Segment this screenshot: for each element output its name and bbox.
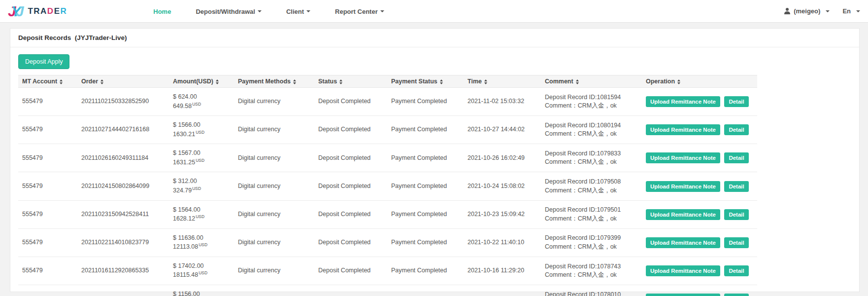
sort-icon bbox=[484, 79, 487, 84]
column-label: Operation bbox=[646, 78, 675, 85]
amount-original: $ 17402.00 bbox=[173, 262, 230, 271]
detail-button[interactable]: Detail bbox=[724, 209, 748, 220]
chevron-down-icon bbox=[258, 10, 262, 12]
upload-remittance-note-button[interactable]: Upload Remittance Note bbox=[646, 124, 720, 135]
detail-button[interactable]: Detail bbox=[724, 96, 748, 107]
currency-unit: USD bbox=[199, 242, 207, 247]
comment-record-id: Deposit Record ID:1079833 bbox=[545, 149, 638, 158]
cell-payment-status: Payment Completed bbox=[387, 257, 464, 285]
column-header-payment-status[interactable]: Payment Status bbox=[387, 75, 464, 88]
currency-unit: USD bbox=[196, 214, 204, 219]
table-row: 555479 20211022114010823779 $ 11636.00 1… bbox=[18, 228, 757, 257]
column-label: Comment bbox=[545, 78, 573, 85]
cell-comment: Deposit Record ID:1079508 Comment：CRM入金，… bbox=[541, 172, 642, 200]
upload-remittance-note-button[interactable]: Upload Remittance Note bbox=[646, 96, 720, 107]
cell-time: 2021-10-08 18:38:01 bbox=[464, 285, 541, 296]
cell-amount: $ 312.00 324.79USD bbox=[169, 172, 234, 200]
cell-mt-account: 555479 bbox=[18, 228, 77, 257]
cell-comment: Deposit Record ID:1079833 Comment：CRM入金，… bbox=[541, 144, 642, 172]
cell-payment-status: Payment Completed bbox=[387, 228, 464, 257]
column-header-amount-usd[interactable]: Amount(USD) bbox=[169, 75, 234, 88]
brand-logo[interactable]: JYJ TRADER bbox=[8, 4, 67, 19]
detail-button[interactable]: Detail bbox=[724, 265, 748, 276]
sort-icon bbox=[339, 79, 342, 84]
brand-name: TRADER bbox=[28, 6, 67, 16]
detail-button[interactable]: Detail bbox=[724, 124, 748, 135]
cell-payment-method: Digital currency bbox=[234, 116, 314, 144]
user-icon bbox=[784, 8, 791, 14]
column-label: MT Account bbox=[22, 78, 57, 85]
amount-original: $ 1156.00 bbox=[173, 290, 230, 296]
cell-payment-status: Payment Completed bbox=[387, 172, 464, 200]
cell-mt-account: 555479 bbox=[18, 116, 77, 144]
nav-item-label: Client bbox=[286, 8, 304, 15]
column-header-status[interactable]: Status bbox=[314, 75, 387, 88]
nav-item-label: Deposit/Withdrawal bbox=[196, 8, 255, 15]
detail-button[interactable]: Detail bbox=[724, 152, 748, 163]
nav-item-home[interactable]: Home bbox=[141, 7, 183, 16]
deposit-records-table: MT AccountOrderAmount(USD)Payment Method… bbox=[18, 75, 757, 296]
cell-payment-method: Digital currency bbox=[234, 257, 314, 285]
cell-status: Deposit Completed bbox=[314, 285, 387, 296]
nav-item-deposit-withdrawal[interactable]: Deposit/Withdrawal bbox=[183, 7, 274, 16]
comment-record-id: Deposit Record ID:1078010 bbox=[545, 291, 638, 296]
nav-item-report-center[interactable]: Report Center bbox=[323, 7, 397, 16]
detail-button[interactable]: Detail bbox=[724, 237, 748, 248]
comment-record-id: Deposit Record ID:1079501 bbox=[545, 206, 638, 215]
cell-payment-status: Payment Completed bbox=[387, 144, 464, 172]
table-body: 555479 20211102150332852590 $ 624.00 649… bbox=[18, 88, 757, 296]
page-title: Deposit Records (JYJTrader-Live) bbox=[10, 29, 859, 47]
amount-converted: 1628.12USD bbox=[173, 214, 230, 223]
column-header-mt-account[interactable]: MT Account bbox=[18, 75, 77, 88]
nav-item-client[interactable]: Client bbox=[274, 7, 323, 16]
upload-remittance-note-button[interactable]: Upload Remittance Note bbox=[646, 209, 720, 220]
column-label: Amount(USD) bbox=[173, 78, 213, 85]
amount-converted: 649.58USD bbox=[173, 102, 230, 111]
cell-comment: Deposit Record ID:1079501 Comment：CRM入金，… bbox=[541, 200, 642, 228]
upload-remittance-note-button[interactable]: Upload Remittance Note bbox=[646, 181, 720, 192]
detail-button[interactable]: Detail bbox=[724, 181, 748, 192]
cell-payment-method: Digital currency bbox=[234, 200, 314, 228]
upload-remittance-note-button[interactable]: Upload Remittance Note bbox=[646, 152, 720, 163]
column-header-comment[interactable]: Comment bbox=[541, 75, 642, 88]
amount-converted: 18115.48USD bbox=[173, 270, 230, 280]
deposit-apply-button[interactable]: Deposit Apply bbox=[18, 54, 69, 69]
currency-unit: USD bbox=[196, 130, 204, 135]
cell-amount: $ 17402.00 18115.48USD bbox=[169, 257, 234, 285]
currency-unit: USD bbox=[199, 270, 207, 275]
cell-order: 20211022114010823779 bbox=[77, 228, 169, 257]
upload-remittance-note-button[interactable]: Upload Remittance Note bbox=[646, 265, 720, 276]
column-header-time[interactable]: Time bbox=[464, 75, 541, 88]
column-header-payment-methods[interactable]: Payment Methods bbox=[234, 75, 314, 88]
cell-order: 20211024150802864099 bbox=[77, 172, 169, 200]
cell-mt-account: 555479 bbox=[18, 144, 77, 172]
chevron-down-icon bbox=[826, 10, 830, 12]
cell-operation: Upload Remittance Note Detail bbox=[642, 88, 757, 116]
content-card: Deposit Records (JYJTrader-Live) Deposit… bbox=[10, 28, 860, 292]
cell-amount: $ 624.00 649.58USD bbox=[169, 88, 234, 116]
upload-remittance-note-button[interactable]: Upload Remittance Note bbox=[646, 237, 720, 248]
upload-remittance-note-button[interactable]: Upload Remittance Note bbox=[646, 294, 720, 296]
navbar-right: (meigeo) En bbox=[784, 7, 860, 15]
column-label: Status bbox=[318, 78, 337, 85]
detail-button[interactable]: Detail bbox=[724, 294, 748, 296]
cell-order: 20211027144402716168 bbox=[77, 116, 169, 144]
comment-text: Comment：CRM入金，ok bbox=[545, 158, 638, 167]
cell-order: 20211008183801888461 bbox=[77, 285, 169, 296]
user-menu[interactable]: (meigeo) bbox=[784, 7, 830, 15]
column-header-order[interactable]: Order bbox=[77, 75, 169, 88]
sort-icon bbox=[576, 79, 579, 84]
cell-comment: Deposit Record ID:1079399 Comment：CRM入金，… bbox=[541, 228, 642, 257]
cell-order: 20211026160249311184 bbox=[77, 144, 169, 172]
language-menu[interactable]: En bbox=[842, 7, 860, 15]
cell-mt-account: 555479 bbox=[18, 200, 77, 228]
navbar: JYJ TRADER HomeDeposit/WithdrawalClientR… bbox=[0, 0, 868, 23]
nav-item-label: Report Center bbox=[335, 8, 378, 15]
chevron-down-icon bbox=[856, 10, 860, 12]
comment-record-id: Deposit Record ID:1079508 bbox=[545, 178, 638, 186]
cell-time: 2021-10-22 11:40:10 bbox=[464, 228, 541, 257]
cell-comment: Deposit Record ID:1078010 Comment：CRM入金，… bbox=[541, 285, 642, 296]
column-header-operation[interactable]: Operation bbox=[642, 75, 757, 88]
sort-icon bbox=[677, 79, 680, 84]
comment-text: Comment：CRM入金，ok bbox=[545, 130, 638, 139]
